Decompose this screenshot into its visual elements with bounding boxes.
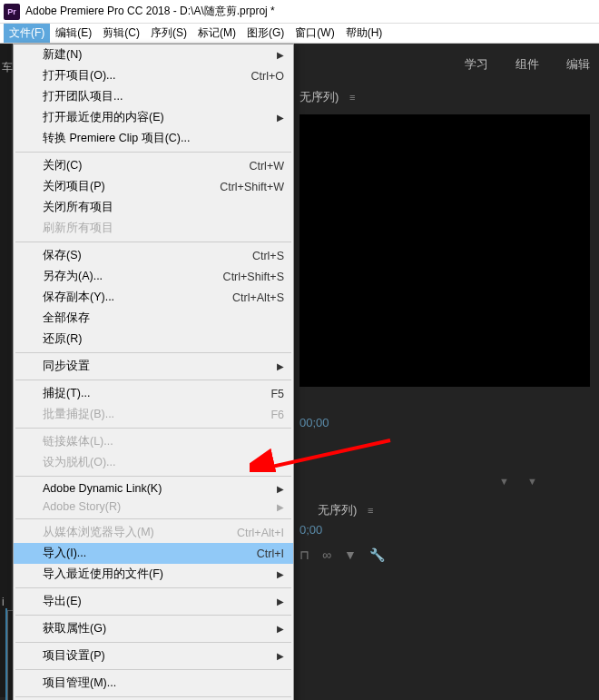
link-icon[interactable]: ∞ xyxy=(322,547,331,562)
menu-item-label: Adobe Story(R) xyxy=(43,500,284,513)
menu-clip[interactable]: 剪辑(C) xyxy=(97,24,145,43)
program-monitor xyxy=(300,114,590,387)
marker-tool-icon[interactable]: ▼ xyxy=(344,547,357,562)
menu-item-shortcut: Ctrl+Alt+I xyxy=(237,527,284,539)
submenu-arrow-icon: ▶ xyxy=(277,502,284,512)
menu-item-8[interactable]: 关闭所有项目 xyxy=(14,197,293,218)
menu-item-30[interactable]: 导入最近使用的文件(F)▶ xyxy=(14,564,293,585)
menu-separator xyxy=(15,152,291,153)
menu-item-label: 导出(E) xyxy=(43,594,284,609)
menu-graphics[interactable]: 图形(G) xyxy=(241,24,290,43)
menu-item-34[interactable]: 获取属性(G)▶ xyxy=(14,618,293,639)
panel-menu-icon[interactable]: ≡ xyxy=(349,92,355,103)
menu-item-20: 批量捕捉(B)...F6 xyxy=(14,404,293,425)
timeline-tool-row: ⊓ ∞ ▼ 🔧 xyxy=(300,547,385,562)
menu-item-shortcut: Ctrl+S xyxy=(252,250,284,262)
menu-separator xyxy=(15,642,291,643)
menu-sequence[interactable]: 序列(S) xyxy=(145,24,192,43)
menu-item-19[interactable]: 捕捉(T)...F5 xyxy=(14,383,293,404)
menu-item-shortcut: Ctrl+W xyxy=(249,160,284,173)
menu-marker[interactable]: 标记(M) xyxy=(192,24,241,43)
program-timecode: 00;00 xyxy=(300,416,329,429)
menu-item-22: 链接媒体(L)... xyxy=(14,431,293,452)
menu-item-6[interactable]: 关闭(C)Ctrl+W xyxy=(14,155,293,176)
app-icon: Pr xyxy=(4,4,20,20)
menu-item-label: Adobe Dynamic Link(K) xyxy=(43,482,284,495)
menu-item-shortcut: Ctrl+Shift+W xyxy=(220,181,284,193)
menu-window[interactable]: 窗口(W) xyxy=(290,24,339,43)
panel-menu-icon[interactable]: ≡ xyxy=(368,505,373,516)
marker-icon[interactable]: ▼ xyxy=(527,476,537,487)
menu-item-4[interactable]: 转换 Premiere Clip 项目(C)... xyxy=(14,128,293,149)
program-panel-title: 无序列) ≡ xyxy=(300,89,355,105)
menu-separator xyxy=(15,587,291,588)
menu-item-label: 打开最近使用的内容(E) xyxy=(43,110,284,125)
tab-edit[interactable]: 编辑 xyxy=(566,56,590,73)
menu-item-14[interactable]: 全部保存 xyxy=(14,308,293,329)
menu-item-3[interactable]: 打开最近使用的内容(E)▶ xyxy=(14,107,293,128)
snap-icon[interactable]: ⊓ xyxy=(300,547,309,562)
menu-separator xyxy=(15,669,291,670)
menu-item-29[interactable]: 导入(I)...Ctrl+I xyxy=(14,543,293,564)
menu-file[interactable]: 文件(F) xyxy=(4,24,50,43)
submenu-arrow-icon: ▶ xyxy=(277,569,284,579)
menu-item-25[interactable]: Adobe Dynamic Link(K)▶ xyxy=(14,479,293,498)
menu-separator xyxy=(15,696,291,697)
menu-item-1[interactable]: 打开项目(O)...Ctrl+O xyxy=(14,65,293,86)
wrench-icon[interactable]: 🔧 xyxy=(369,547,385,562)
menu-item-label: 关闭所有项目 xyxy=(43,200,284,215)
menu-item-0[interactable]: 新建(N)▶ xyxy=(14,44,293,65)
menu-item-label: 还原(R) xyxy=(43,331,284,347)
tab-assembly[interactable]: 组件 xyxy=(516,56,539,73)
menu-separator xyxy=(15,428,291,429)
menu-separator xyxy=(15,518,291,519)
menu-item-2[interactable]: 打开团队项目... xyxy=(14,86,293,107)
menu-item-9: 刷新所有项目 xyxy=(14,218,293,239)
menu-item-shortcut: F5 xyxy=(270,388,284,400)
menubar: 文件(F) 编辑(E) 剪辑(C) 序列(S) 标记(M) 图形(G) 窗口(W… xyxy=(0,24,599,44)
menu-item-17[interactable]: 同步设置▶ xyxy=(14,356,293,377)
menu-item-label: 转换 Premiere Clip 项目(C)... xyxy=(43,131,284,146)
side-letter-bottom: i xyxy=(2,596,5,608)
menu-item-12[interactable]: 另存为(A)...Ctrl+Shift+S xyxy=(14,266,293,287)
workspace-tabs: 学习 组件 编辑 xyxy=(465,56,590,73)
titlebar: Pr Adobe Premiere Pro CC 2018 - D:\A\随意剪… xyxy=(0,0,599,24)
menu-item-11[interactable]: 保存(S)Ctrl+S xyxy=(14,245,293,266)
menu-item-23: 设为脱机(O)... xyxy=(14,452,293,473)
menu-separator xyxy=(15,476,291,477)
tab-learn[interactable]: 学习 xyxy=(465,56,488,73)
menu-item-label: 打开项目(O)... xyxy=(43,68,233,84)
menu-separator xyxy=(15,352,291,353)
menu-item-shortcut: Ctrl+Alt+S xyxy=(232,291,284,304)
menu-item-7[interactable]: 关闭项目(P)Ctrl+Shift+W xyxy=(14,176,293,197)
menu-item-26: Adobe Story(R)▶ xyxy=(14,498,293,516)
menu-item-label: 链接媒体(L)... xyxy=(43,434,284,449)
menu-help[interactable]: 帮助(H) xyxy=(340,24,388,43)
menu-item-38[interactable]: 项目管理(M)... xyxy=(14,673,293,694)
menu-item-label: 同步设置 xyxy=(43,359,284,374)
menu-item-15[interactable]: 还原(R) xyxy=(14,329,293,350)
menu-item-32[interactable]: 导出(E)▶ xyxy=(14,591,293,612)
menu-item-36[interactable]: 项目设置(P)▶ xyxy=(14,646,293,666)
menu-edit[interactable]: 编辑(E) xyxy=(50,24,97,43)
menu-item-label: 保存(S) xyxy=(43,248,234,263)
menu-item-label: 项目管理(M)... xyxy=(43,675,284,691)
marker-icon[interactable]: ▼ xyxy=(499,476,509,487)
menu-item-label: 保存副本(Y)... xyxy=(43,290,214,305)
submenu-arrow-icon: ▶ xyxy=(277,651,284,661)
timeline-panel-title: 无序列) ≡ xyxy=(318,502,373,518)
side-letter-top: 车 xyxy=(2,60,13,75)
menu-separator xyxy=(15,380,291,380)
submenu-arrow-icon: ▶ xyxy=(277,596,284,606)
submenu-arrow-icon: ▶ xyxy=(277,113,284,123)
menu-item-13[interactable]: 保存副本(Y)...Ctrl+Alt+S xyxy=(14,287,293,308)
program-marker-row: ▼ ▼ xyxy=(499,476,537,487)
menu-separator xyxy=(15,242,291,242)
menu-item-label: 刷新所有项目 xyxy=(43,221,284,236)
menu-item-label: 批量捕捉(B)... xyxy=(43,407,252,422)
file-dropdown: 新建(N)▶打开项目(O)...Ctrl+O打开团队项目...打开最近使用的内容… xyxy=(13,44,294,700)
menu-separator xyxy=(15,615,291,616)
menu-item-shortcut: F6 xyxy=(270,409,284,421)
menu-item-label: 设为脱机(O)... xyxy=(43,455,284,470)
menu-item-label: 全部保存 xyxy=(43,311,284,326)
